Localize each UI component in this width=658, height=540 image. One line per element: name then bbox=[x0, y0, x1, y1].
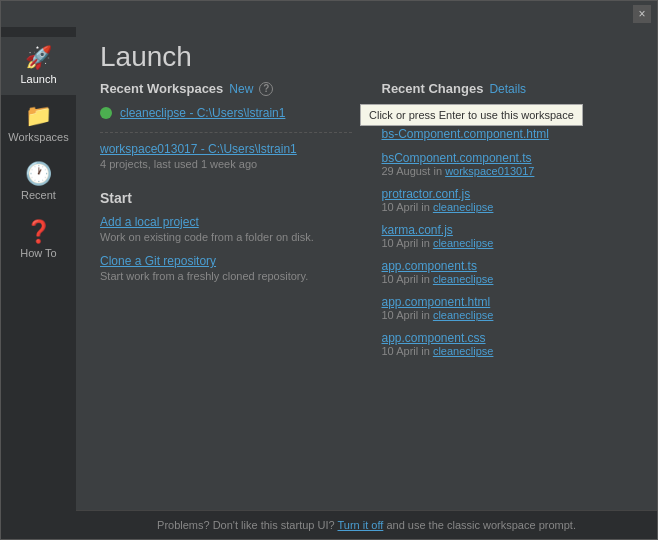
page-header: Launch bbox=[76, 27, 657, 81]
add-local-project-link[interactable]: Add a local project bbox=[100, 215, 199, 229]
add-local-project-desc: Work on existing code from a folder on d… bbox=[100, 231, 352, 243]
launch-icon: 🚀 bbox=[25, 47, 52, 69]
clone-git-repo-desc: Start work from a freshly cloned reposit… bbox=[100, 270, 352, 282]
workspace-item-1: workspace013017 - C:\Users\lstrain1 4 pr… bbox=[100, 141, 352, 170]
recent-workspaces-title: Recent Workspaces bbox=[100, 81, 223, 96]
workspace-ref-4[interactable]: cleaneclipse bbox=[433, 273, 494, 285]
change-meta-5: 10 April in cleaneclipse bbox=[382, 309, 634, 321]
earlier-label: Earlier bbox=[404, 106, 442, 121]
recent-workspaces-header: Recent Workspaces New ? bbox=[100, 81, 352, 96]
change-item-0: bs-Component.component.html bbox=[382, 127, 634, 141]
sidebar-item-label-launch: Launch bbox=[20, 73, 56, 85]
start-section: Start Add a local project Work on existi… bbox=[100, 190, 352, 282]
right-column: Recent Changes Details Earlier bs-Compon… bbox=[382, 81, 634, 510]
left-column: Recent Workspaces New ? cleaneclipse - C… bbox=[100, 81, 352, 510]
turn-off-link[interactable]: Turn it off bbox=[337, 519, 383, 531]
start-item-1: Clone a Git repository Start work from a… bbox=[100, 253, 352, 282]
change-meta-2: 10 April in cleaneclipse bbox=[382, 201, 634, 213]
sidebar: 🚀 Launch 📁 Workspaces 🕐 Recent ❓ How To bbox=[1, 27, 76, 539]
change-item-2: protractor.conf.js 10 April in cleanecli… bbox=[382, 187, 634, 213]
earlier-indicator bbox=[382, 108, 394, 120]
close-button[interactable]: × bbox=[633, 5, 651, 23]
footer-text-after: and use the classic workspace prompt. bbox=[386, 519, 576, 531]
start-heading: Start bbox=[100, 190, 352, 206]
change-file-link-1[interactable]: bsComponent.component.ts bbox=[382, 151, 634, 165]
change-meta-4: 10 April in cleaneclipse bbox=[382, 273, 634, 285]
sidebar-item-label-howto: How To bbox=[20, 247, 56, 259]
app-window: × 🚀 Launch 📁 Workspaces 🕐 Recent ❓ How T… bbox=[0, 0, 658, 540]
workspace-ref-3[interactable]: cleaneclipse bbox=[433, 237, 494, 249]
workspaces-icon: 📁 bbox=[25, 105, 52, 127]
details-link[interactable]: Details bbox=[489, 82, 526, 96]
footer: Problems? Don't like this startup UI? Tu… bbox=[76, 510, 657, 539]
help-icon[interactable]: ? bbox=[259, 82, 273, 96]
change-item-1: bsComponent.component.ts 29 August in wo… bbox=[382, 151, 634, 177]
change-file-link-0[interactable]: bs-Component.component.html bbox=[382, 127, 634, 141]
recent-changes-header: Recent Changes Details bbox=[382, 81, 634, 96]
content-area: Launch Recent Workspaces New ? bbox=[76, 27, 657, 539]
new-workspace-link[interactable]: New bbox=[229, 82, 253, 96]
sidebar-item-workspaces[interactable]: 📁 Workspaces bbox=[1, 95, 76, 153]
separator bbox=[100, 132, 352, 133]
workspace-desc-1: 4 projects, last used 1 week ago bbox=[100, 158, 352, 170]
workspace-item-0: cleaneclipse - C:\Users\lstrain1 Click o… bbox=[100, 106, 352, 120]
recent-icon: 🕐 bbox=[25, 163, 52, 185]
change-item-6: app.component.css 10 April in cleaneclip… bbox=[382, 331, 634, 357]
workspace-link-1[interactable]: workspace013017 - C:\Users\lstrain1 bbox=[100, 142, 297, 156]
change-file-link-3[interactable]: karma.conf.js bbox=[382, 223, 634, 237]
change-item-5: app.component.html 10 April in cleanecli… bbox=[382, 295, 634, 321]
change-item-3: karma.conf.js 10 April in cleaneclipse bbox=[382, 223, 634, 249]
change-meta-6: 10 April in cleaneclipse bbox=[382, 345, 634, 357]
sidebar-item-recent[interactable]: 🕐 Recent bbox=[1, 153, 76, 211]
page-title: Launch bbox=[100, 41, 633, 73]
main-layout: 🚀 Launch 📁 Workspaces 🕐 Recent ❓ How To … bbox=[1, 27, 657, 539]
title-bar: × bbox=[1, 1, 657, 27]
recent-changes-title: Recent Changes bbox=[382, 81, 484, 96]
workspace-ref-2[interactable]: cleaneclipse bbox=[433, 201, 494, 213]
active-indicator bbox=[100, 107, 112, 119]
howto-icon: ❓ bbox=[25, 221, 52, 243]
clone-git-repo-link[interactable]: Clone a Git repository bbox=[100, 254, 216, 268]
change-file-link-4[interactable]: app.component.ts bbox=[382, 259, 634, 273]
start-item-0: Add a local project Work on existing cod… bbox=[100, 214, 352, 243]
sidebar-item-label-workspaces: Workspaces bbox=[8, 131, 68, 143]
footer-text-before: Problems? Don't like this startup UI? bbox=[157, 519, 335, 531]
page-body: Recent Workspaces New ? cleaneclipse - C… bbox=[76, 81, 657, 510]
sidebar-item-launch[interactable]: 🚀 Launch bbox=[1, 37, 76, 95]
change-item-4: app.component.ts 10 April in cleaneclips… bbox=[382, 259, 634, 285]
change-meta-3: 10 April in cleaneclipse bbox=[382, 237, 634, 249]
workspace-ref-6[interactable]: cleaneclipse bbox=[433, 345, 494, 357]
workspace-ref-5[interactable]: cleaneclipse bbox=[433, 309, 494, 321]
change-file-link-5[interactable]: app.component.html bbox=[382, 295, 634, 309]
workspace-link-0[interactable]: cleaneclipse - C:\Users\lstrain1 bbox=[120, 106, 285, 120]
sidebar-item-label-recent: Recent bbox=[21, 189, 56, 201]
change-file-link-6[interactable]: app.component.css bbox=[382, 331, 634, 345]
change-file-link-2[interactable]: protractor.conf.js bbox=[382, 187, 634, 201]
earlier-row: Earlier bbox=[382, 106, 634, 121]
sidebar-item-howto[interactable]: ❓ How To bbox=[1, 211, 76, 269]
workspace-ref-1[interactable]: workspace013017 bbox=[445, 165, 534, 177]
change-meta-1: 29 August in workspace013017 bbox=[382, 165, 634, 177]
